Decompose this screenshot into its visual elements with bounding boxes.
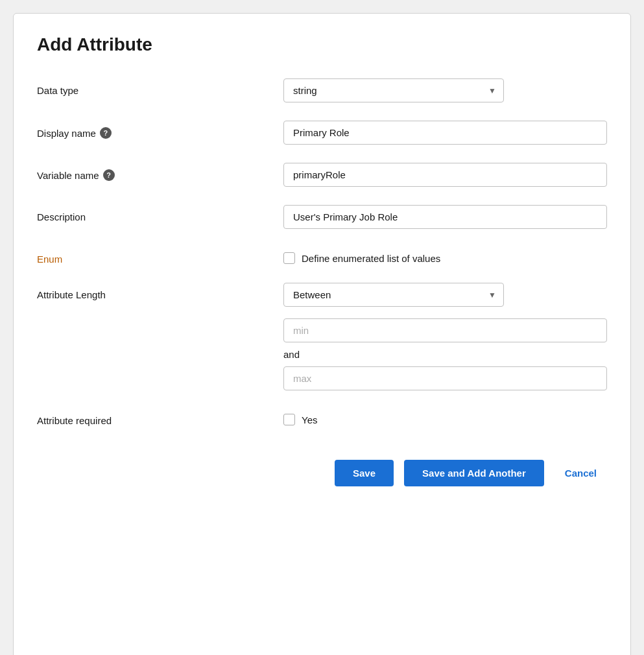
add-attribute-modal: Add Attribute Data type string integer b… xyxy=(13,13,631,655)
enum-row: Enum Define enumerated list of values xyxy=(37,247,607,265)
variable-name-label: Variable name ? xyxy=(37,163,283,181)
attribute-length-label: Attribute Length xyxy=(37,283,283,300)
length-select-wrapper: Between Min only Max only Exact ▼ xyxy=(283,283,607,307)
display-name-label: Display name ? xyxy=(37,121,283,139)
description-control xyxy=(283,205,607,229)
enum-checkbox-row: Define enumerated list of values xyxy=(283,247,607,264)
attribute-required-row: Attribute required Yes xyxy=(37,409,607,426)
save-button[interactable]: Save xyxy=(335,460,394,486)
min-input[interactable] xyxy=(283,318,607,342)
display-name-row: Display name ? xyxy=(37,121,607,145)
save-and-add-button[interactable]: Save and Add Another xyxy=(404,460,544,486)
footer-row: Save Save and Add Another Cancel xyxy=(37,452,607,486)
variable-name-help-icon[interactable]: ? xyxy=(103,169,115,181)
attribute-length-control: Between Min only Max only Exact ▼ and xyxy=(283,283,607,390)
display-name-control xyxy=(283,121,607,145)
variable-name-row: Variable name ? xyxy=(37,163,607,187)
description-label: Description xyxy=(37,205,283,222)
max-input[interactable] xyxy=(283,366,607,390)
description-row: Description xyxy=(37,205,607,229)
display-name-help-icon[interactable]: ? xyxy=(100,127,112,139)
attribute-required-checkbox-label: Yes xyxy=(302,414,317,425)
display-name-input[interactable] xyxy=(283,121,607,145)
data-type-select[interactable]: string integer boolean date xyxy=(283,78,504,102)
attribute-required-checkbox-row: Yes xyxy=(283,409,607,425)
variable-name-input[interactable] xyxy=(283,163,607,187)
enum-checkbox[interactable] xyxy=(283,252,295,264)
enum-control: Define enumerated list of values xyxy=(283,247,607,264)
data-type-label: Data type xyxy=(37,78,283,96)
variable-name-control xyxy=(283,163,607,187)
data-type-select-wrapper: string integer boolean date ▼ xyxy=(283,78,504,102)
attribute-length-select-wrapper: Between Min only Max only Exact ▼ xyxy=(283,283,504,307)
attribute-required-control: Yes xyxy=(283,409,607,425)
attribute-length-select[interactable]: Between Min only Max only Exact xyxy=(283,283,504,307)
enum-label: Enum xyxy=(37,247,283,265)
attribute-required-checkbox[interactable] xyxy=(283,414,295,425)
data-type-control: string integer boolean date ▼ xyxy=(283,78,607,102)
enum-checkbox-label: Define enumerated list of values xyxy=(302,253,440,264)
data-type-row: Data type string integer boolean date ▼ xyxy=(37,78,607,102)
attribute-length-row: Attribute Length Between Min only Max on… xyxy=(37,283,607,390)
page-title: Add Attribute xyxy=(37,34,607,55)
and-text: and xyxy=(283,349,607,360)
cancel-button[interactable]: Cancel xyxy=(555,460,607,486)
attribute-length-controls: Between Min only Max only Exact ▼ and xyxy=(283,283,607,390)
description-input[interactable] xyxy=(283,205,607,229)
attribute-required-label: Attribute required xyxy=(37,409,283,426)
